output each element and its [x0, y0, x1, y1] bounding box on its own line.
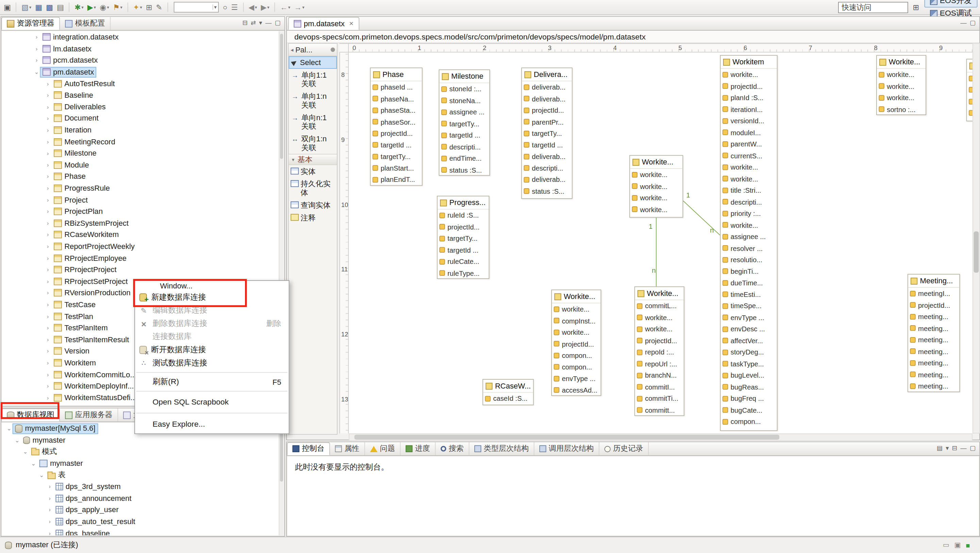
entity-field[interactable]: compon... [552, 361, 601, 373]
debug-icon-button[interactable]: ✱▾ [73, 1, 85, 14]
tree-item[interactable]: ›RBizSystemProject [2, 217, 279, 229]
entity-field[interactable]: meeting... [908, 346, 959, 357]
chevron-right-icon[interactable]: › [44, 325, 51, 331]
tree-item[interactable]: ›RProjectProject [2, 264, 279, 276]
entity-field[interactable]: meeting... [908, 369, 959, 380]
tree-item[interactable]: ›dps_baseline [2, 528, 279, 535]
tree-item[interactable]: ›dps_apply_user [2, 504, 279, 516]
entity-field[interactable]: targetId ... [522, 139, 572, 151]
entity-field[interactable]: committ... [635, 404, 684, 416]
chevron-right-icon[interactable]: › [44, 383, 51, 389]
chevron-right-icon[interactable]: › [44, 301, 51, 308]
chevron-right-icon[interactable]: › [44, 139, 51, 145]
entity-field[interactable]: planId :S... [721, 92, 777, 104]
menu-item[interactable]: Easy Explore... [135, 416, 289, 432]
scrollbar-thumb[interactable] [354, 435, 779, 440]
entity-header[interactable]: Meeting... [908, 274, 959, 288]
maximize-icon[interactable]: ▢ [970, 19, 975, 27]
tree-item[interactable]: ›dps_announcement [2, 493, 279, 504]
window-icon-button[interactable]: ▣ [2, 1, 12, 14]
chevron-right-icon[interactable]: › [44, 92, 51, 98]
tree-item[interactable]: ›ProgressRule [2, 183, 279, 194]
entity-box[interactable]: Delivera...deliverab...deliverab...proje… [521, 67, 573, 199]
entity-box[interactable]: Workite...workite...workite...workite...… [630, 155, 683, 218]
entity-field[interactable]: caseId :S... [483, 393, 533, 404]
close-icon[interactable]: ✕ [349, 21, 354, 27]
entity-field[interactable]: projectId... [371, 128, 422, 139]
entity-field[interactable]: ruleType... [438, 267, 489, 279]
entity-field[interactable] [967, 84, 972, 96]
entity-box[interactable]: RCaseW...caseId :S... [482, 379, 534, 405]
entity-field[interactable]: workite... [721, 219, 777, 231]
chevron-right-icon[interactable]: › [44, 150, 51, 156]
entity-field[interactable]: projectId... [438, 221, 489, 233]
menu-item[interactable]: 测试数据库连接 [135, 357, 289, 370]
entity-header[interactable]: Workite... [630, 156, 682, 169]
entity-field[interactable]: bugReas... [721, 381, 777, 393]
chevron-right-icon[interactable]: › [44, 348, 51, 354]
chevron-right-icon[interactable]: › [33, 34, 40, 40]
chevron-right-icon[interactable]: › [44, 394, 51, 400]
tab-dbview[interactable]: 数据库视图 [2, 408, 60, 422]
entity-field[interactable]: timeEsti... [721, 289, 777, 300]
editor-tab-pm-datasetx[interactable]: pm.datasetx ✕ [288, 17, 360, 30]
chevron-right-icon[interactable]: › [44, 243, 51, 249]
entity-field[interactable]: taskType... [721, 358, 777, 370]
entity-field[interactable]: planStart... [371, 163, 422, 174]
palette-tool[interactable]: 实体 [289, 165, 337, 178]
chevron-right-icon[interactable]: › [46, 530, 53, 535]
vertical-scrollbar[interactable] [972, 43, 980, 433]
palette-tool[interactable]: →单向1:1 关联 [289, 69, 337, 90]
tree-item[interactable]: ⌄模式 [2, 446, 279, 457]
menu-item[interactable]: 新建数据库连接 [135, 291, 289, 304]
entity-field[interactable]: stoneId :... [439, 83, 489, 95]
menu-item[interactable]: 断开数据库连接 [135, 343, 289, 357]
entity-field[interactable]: targetTy... [371, 151, 422, 163]
entity-field[interactable]: projectId... [522, 105, 572, 116]
quick-access-input[interactable] [838, 2, 908, 13]
scrollbar-thumb[interactable] [974, 231, 979, 273]
entity-field[interactable]: deliverab... [522, 151, 572, 163]
chevron-right-icon[interactable]: › [46, 495, 53, 501]
entity-field[interactable]: targetId ... [439, 129, 489, 141]
collapse-palette-icon[interactable]: ◂ [291, 47, 293, 53]
entity-field[interactable]: ruleCate... [438, 256, 489, 267]
entity-field[interactable]: repoId :... [635, 347, 684, 358]
entity-box[interactable]: Workite...workite...compInst...workite..… [551, 289, 601, 396]
entity-box[interactable]: PhasephaseId ...phaseNa...phaseSta...pha… [370, 67, 422, 185]
tree-item[interactable]: ›RCaseWorkitem [2, 229, 279, 241]
entity-field[interactable]: assignee ... [721, 231, 777, 242]
chevron-right-icon[interactable]: › [44, 360, 51, 366]
tab-history[interactable]: 历史记录 [599, 442, 649, 456]
entity-field[interactable]: workite... [630, 192, 682, 204]
tree-item[interactable]: ›Module [2, 159, 279, 171]
entity-field[interactable]: workite... [721, 69, 777, 80]
entity-box[interactable]: Meeting...meetingI...projectId...meeting… [907, 274, 960, 392]
entity-field[interactable]: endTime... [439, 153, 489, 164]
entity-field[interactable]: envType ... [721, 312, 777, 324]
torch-icon-button[interactable]: ✦▾ [132, 1, 143, 14]
forward-icon-button[interactable]: →▾ [293, 1, 306, 14]
pin-console-icon[interactable]: ⊟ [952, 444, 957, 453]
entity-field[interactable]: envDesc ... [721, 324, 777, 335]
entity-field[interactable]: workite... [877, 69, 926, 80]
chevron-down-icon[interactable]: ⌄ [30, 461, 37, 467]
profile-icon-button[interactable]: ◉▾ [98, 1, 110, 14]
chevron-right-icon[interactable]: › [44, 185, 51, 191]
menu-item[interactable]: 刷新(R)F5 [135, 375, 289, 389]
tree-item[interactable]: ›Baseline [2, 89, 279, 101]
tab-server[interactable]: 应用服务器 [60, 408, 118, 422]
entity-field[interactable]: stoneNa... [439, 95, 489, 106]
entity-field[interactable]: currentS... [721, 150, 777, 161]
entity-header[interactable]: Milestone [439, 70, 489, 83]
entity-field[interactable]: phaseSor... [371, 116, 422, 128]
scrollbar[interactable] [279, 423, 284, 535]
run-icon-button[interactable]: ▶▾ [86, 1, 97, 14]
entity-field[interactable]: projectId... [721, 80, 777, 92]
tab-call-hierarchy[interactable]: 调用层次结构 [534, 442, 599, 456]
palette-tool[interactable]: →单向n:1 关联 [289, 112, 337, 132]
entity-field[interactable]: descripti... [721, 196, 777, 208]
entity-field[interactable]: projectId... [552, 338, 601, 350]
palette-tool[interactable]: 注释 [289, 212, 337, 224]
menu-item[interactable]: 编辑数据库连接 [135, 304, 289, 317]
